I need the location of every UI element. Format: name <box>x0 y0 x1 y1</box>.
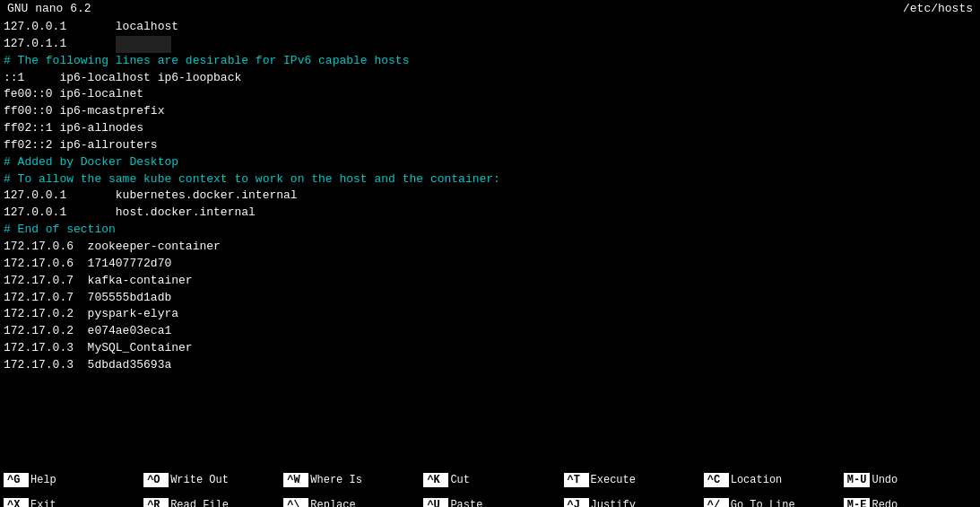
editor-line: 172.17.0.6 zookeeper-container <box>4 239 976 256</box>
editor-line: ff02::2 ip6-allrouters <box>4 137 976 154</box>
shortcut-item[interactable]: ^/Go To Line <box>700 493 840 507</box>
shortcut-item[interactable]: ^TExecute <box>560 468 700 493</box>
shortcut-item[interactable]: ^\Replace <box>280 493 420 507</box>
shortcut-key: M-E <box>844 498 871 507</box>
shortcut-key: ^C <box>704 473 729 487</box>
shortcut-item[interactable]: ^RRead File <box>140 493 280 507</box>
shortcut-item[interactable]: ^KCut <box>420 468 559 493</box>
line-text: ::1 ip6-localhost ip6-loopback <box>4 71 241 84</box>
editor-line: # The following lines are desirable for … <box>4 53 976 70</box>
editor-line: # Added by Docker Desktop <box>4 154 976 171</box>
app-title: GNU nano 6.2 <box>7 2 91 15</box>
shortcut-key: ^K <box>423 473 448 487</box>
editor-line: 172.17.0.6 171407772d70 <box>4 256 976 273</box>
editor-line: fe00::0 ip6-localnet <box>4 86 976 103</box>
editor-line: ff00::0 ip6-mcastprefix <box>4 103 976 120</box>
shortcut-key: ^O <box>143 473 169 487</box>
shortcut-item[interactable]: ^CLocation <box>700 468 840 493</box>
shortcut-row: ^XExit^RRead File^\Replace^UPaste^JJusti… <box>0 493 980 507</box>
redacted-text: ■■■■■■■■ <box>116 36 171 53</box>
line-text: 172.17.0.6 zookeeper-container <box>4 240 221 253</box>
editor-line: 127.0.0.1 host.docker.internal <box>4 205 976 222</box>
shortcut-label: Redo <box>872 499 898 507</box>
shortcut-key: M-U <box>844 473 871 487</box>
editor-line: # End of section <box>4 222 976 239</box>
bottom-bar: ^GHelp^OWrite Out^WWhere Is^KCut^TExecut… <box>0 468 980 507</box>
shortcut-key: ^J <box>564 498 589 507</box>
shortcut-label: Go To Line <box>731 499 795 507</box>
shortcut-key: ^R <box>143 498 169 507</box>
shortcut-key: ^G <box>4 473 29 487</box>
shortcut-label: Justify <box>591 499 636 507</box>
line-text: ff02::1 ip6-allnodes <box>4 121 143 135</box>
editor-line: 172.17.0.2 e074ae03eca1 <box>4 323 976 340</box>
shortcut-item[interactable]: ^JJustify <box>560 493 700 507</box>
shortcut-item[interactable]: ^WWhere Is <box>280 468 420 493</box>
editor-line: 172.17.0.7 kafka-container <box>4 273 976 290</box>
shortcut-label: Replace <box>310 499 355 507</box>
editor-line: 127.0.0.1 kubernetes.docker.internal <box>4 188 976 205</box>
shortcut-label: Exit <box>30 499 56 507</box>
shortcut-label: Location <box>731 474 783 486</box>
editor-line: ff02::1 ip6-allnodes <box>4 120 976 137</box>
editor-line: 127.0.1.1 ■■■■■■■■ <box>4 36 976 53</box>
shortcut-key: ^X <box>4 498 29 507</box>
line-text: 127.0.0.1 localhost <box>4 20 178 33</box>
shortcut-label: Where Is <box>310 474 362 486</box>
line-text: 127.0.1.1 <box>4 37 116 50</box>
shortcut-label: Execute <box>591 474 636 486</box>
editor-line: ::1 ip6-localhost ip6-loopback <box>4 70 976 87</box>
shortcut-label: Paste <box>450 499 482 507</box>
editor-line: 172.17.0.3 MySQL_Container <box>4 340 976 357</box>
shortcut-item[interactable]: ^OWrite Out <box>140 468 280 493</box>
line-text: 172.17.0.7 705555bd1adb <box>4 291 171 304</box>
editor-line: # To allow the same kube context to work… <box>4 171 976 188</box>
line-text: 127.0.0.1 kubernetes.docker.internal <box>4 188 298 202</box>
line-text: 127.0.0.1 host.docker.internal <box>4 205 256 219</box>
line-text: # To allow the same kube context to work… <box>4 172 500 186</box>
shortcut-label: Write Out <box>170 474 229 486</box>
shortcut-label: Cut <box>450 474 470 486</box>
shortcut-key: ^/ <box>704 498 729 507</box>
shortcut-key: ^U <box>423 498 448 507</box>
title-bar: GNU nano 6.2 /etc/hosts <box>0 0 980 17</box>
shortcut-label: Read File <box>170 499 229 507</box>
shortcut-item[interactable]: M-UUndo <box>840 468 980 493</box>
shortcut-key: ^\ <box>283 498 308 507</box>
line-text: # Added by Docker Desktop <box>4 155 178 169</box>
line-text: 172.17.0.6 171407772d70 <box>4 257 171 270</box>
line-text: fe00::0 ip6-localnet <box>4 87 143 101</box>
line-text: 172.17.0.7 kafka-container <box>4 274 193 287</box>
line-text: 172.17.0.3 MySQL_Container <box>4 341 193 354</box>
line-text: # The following lines are desirable for … <box>4 54 409 67</box>
shortcut-item[interactable]: ^XExit <box>0 493 140 507</box>
line-text: ff00::0 ip6-mcastprefix <box>4 104 164 118</box>
line-text: ff02::2 ip6-allrouters <box>4 138 158 152</box>
editor-line: 172.17.0.7 705555bd1adb <box>4 290 976 307</box>
shortcut-label: Help <box>30 474 56 486</box>
shortcut-item[interactable]: ^UPaste <box>420 493 559 507</box>
editor-area[interactable]: 127.0.0.1 localhost127.0.1.1 ■■■■■■■■# T… <box>0 17 980 468</box>
file-title: /etc/hosts <box>903 2 973 15</box>
shortcut-row: ^GHelp^OWrite Out^WWhere Is^KCut^TExecut… <box>0 468 980 493</box>
editor-line: 172.17.0.2 pyspark-elyra <box>4 306 976 323</box>
line-text: # End of section <box>4 223 116 236</box>
editor-line: 172.17.0.3 5dbdad35693a <box>4 357 976 374</box>
editor-line: 127.0.0.1 localhost <box>4 19 976 36</box>
shortcut-item[interactable]: ^GHelp <box>0 468 140 493</box>
shortcut-key: ^W <box>283 473 308 487</box>
line-text: 172.17.0.2 e074ae03eca1 <box>4 324 171 337</box>
line-text: 172.17.0.3 5dbdad35693a <box>4 358 171 372</box>
shortcut-label: Undo <box>872 474 898 486</box>
shortcut-key: ^T <box>564 473 589 487</box>
shortcut-item[interactable]: M-ERedo <box>840 493 980 507</box>
line-text: 172.17.0.2 pyspark-elyra <box>4 307 178 320</box>
